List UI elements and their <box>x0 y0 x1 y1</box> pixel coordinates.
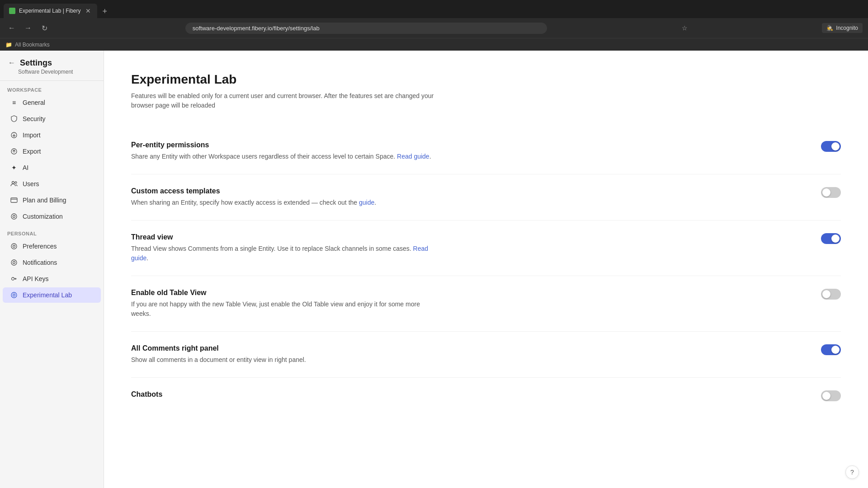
svg-point-8 <box>13 245 15 248</box>
read-guide-link-thread-view[interactable]: Read guide <box>131 245 428 262</box>
sidebar-item-preferences[interactable]: Preferences <box>3 239 101 254</box>
toggle-container-old-table-view[interactable] <box>821 289 841 300</box>
sidebar-item-ai-label: AI <box>23 164 28 171</box>
svg-point-3 <box>15 182 17 183</box>
feature-row-all-comments-right-panel: All Comments right panel Show all commen… <box>131 332 841 378</box>
workspace-section-label: WORKSPACE <box>0 81 104 94</box>
sidebar-item-general-label: General <box>23 99 45 106</box>
feature-desc-old-table-view: If you are not happy with the new Table … <box>131 300 439 319</box>
sidebar-item-general[interactable]: ≡ General <box>3 95 101 110</box>
sidebar-item-users-label: Users <box>23 180 39 188</box>
sidebar-item-notifications[interactable]: Notifications <box>3 255 101 270</box>
toggle-container-thread-view[interactable] <box>821 233 841 244</box>
toggle-custom-access-templates[interactable] <box>821 187 841 198</box>
app-layout: ← Settings Software Development WORKSPAC… <box>0 51 868 488</box>
svg-point-12 <box>11 292 17 298</box>
incognito-label: Incognito <box>836 25 858 31</box>
toggle-container-per-entity-permissions[interactable] <box>821 141 841 152</box>
toggle-container-all-comments-right-panel[interactable] <box>821 344 841 355</box>
tab-close-button[interactable]: ✕ <box>85 7 92 14</box>
feature-info-custom-access-templates: Custom access templates When sharing an … <box>131 187 439 207</box>
bookmarks-folder-icon: 📁 <box>5 42 12 48</box>
api-keys-icon <box>10 275 18 283</box>
incognito-icon: 🕵 <box>826 25 833 31</box>
address-bar[interactable] <box>185 23 547 34</box>
sidebar-subtitle: Software Development <box>7 69 96 75</box>
back-nav-button[interactable]: ← <box>7 58 16 68</box>
toggle-old-table-view[interactable] <box>821 289 841 300</box>
feature-info-thread-view: Thread view Thread View shows Comments f… <box>131 233 439 263</box>
sidebar: ← Settings Software Development WORKSPAC… <box>0 51 104 488</box>
guide-link-custom-access[interactable]: guide <box>359 199 374 206</box>
incognito-button[interactable]: 🕵 Incognito <box>822 23 863 33</box>
help-button[interactable]: ? <box>845 465 859 479</box>
toggle-per-entity-permissions[interactable] <box>821 141 841 152</box>
sidebar-item-experimental-lab-label: Experimental Lab <box>23 291 72 299</box>
active-tab[interactable]: Experimental Lab | Fibery ✕ <box>4 4 97 18</box>
sidebar-item-export-label: Export <box>23 148 41 155</box>
bookmarks-label: All Bookmarks <box>15 42 50 48</box>
feature-info-old-table-view: Enable old Table View If you are not hap… <box>131 289 439 319</box>
sidebar-item-import[interactable]: Import <box>3 127 101 143</box>
feature-desc-per-entity-permissions: Share any Entity with other Workspace us… <box>131 152 439 161</box>
preferences-icon <box>10 242 18 250</box>
feature-name-custom-access-templates: Custom access templates <box>131 187 439 195</box>
toggle-container-chatbots[interactable] <box>821 390 841 401</box>
svg-point-6 <box>11 214 17 219</box>
sidebar-item-plan-billing-label: Plan and Billing <box>23 197 66 204</box>
new-tab-button[interactable]: + <box>99 5 111 18</box>
sidebar-title-row: ← Settings <box>7 58 96 68</box>
svg-point-2 <box>12 182 14 184</box>
feature-info-per-entity-permissions: Per-entity permissions Share any Entity … <box>131 141 439 161</box>
general-icon: ≡ <box>10 99 18 107</box>
tab-title: Experimental Lab | Fibery <box>19 8 81 14</box>
nav-right: 🕵 Incognito <box>822 23 863 33</box>
feature-name-thread-view: Thread view <box>131 233 439 241</box>
feature-name-all-comments-right-panel: All Comments right panel <box>131 344 439 352</box>
sidebar-item-security-label: Security <box>23 115 46 122</box>
feature-row-custom-access-templates: Custom access templates When sharing an … <box>131 174 841 221</box>
sidebar-item-users[interactable]: Users <box>3 176 101 192</box>
browser-chrome: Experimental Lab | Fibery ✕ + ← → ↻ ☆ 🕵 … <box>0 0 868 51</box>
svg-point-13 <box>13 294 15 296</box>
read-guide-link-per-entity[interactable]: Read guide <box>397 153 429 160</box>
feature-row-old-table-view: Enable old Table View If you are not hap… <box>131 276 841 332</box>
sidebar-item-export[interactable]: Export <box>3 144 101 159</box>
notifications-icon <box>10 258 18 267</box>
sidebar-item-customization[interactable]: Customization <box>3 209 101 224</box>
refresh-button[interactable]: ↻ <box>38 22 51 34</box>
sidebar-item-import-label: Import <box>23 131 41 139</box>
toggle-thread-view[interactable] <box>821 233 841 244</box>
ai-icon: ✦ <box>10 164 18 172</box>
feature-row-chatbots: Chatbots <box>131 378 841 414</box>
forward-button[interactable]: → <box>22 22 34 34</box>
sidebar-item-notifications-label: Notifications <box>23 259 57 266</box>
feature-desc-custom-access-templates: When sharing an Entity, specify how exac… <box>131 198 439 207</box>
feature-name-chatbots: Chatbots <box>131 390 439 399</box>
users-icon <box>10 180 18 188</box>
toggle-chatbots[interactable] <box>821 390 841 401</box>
page-title: Experimental Lab <box>131 72 841 87</box>
sidebar-item-experimental-lab[interactable]: Experimental Lab <box>3 287 101 303</box>
personal-section-label: PERSONAL <box>0 225 104 238</box>
toggle-all-comments-right-panel[interactable] <box>821 344 841 355</box>
back-button[interactable]: ← <box>5 22 18 34</box>
svg-point-9 <box>11 260 17 265</box>
sidebar-item-security[interactable]: Security <box>3 111 101 127</box>
bookmark-icon[interactable]: ☆ <box>682 24 688 32</box>
feature-desc-thread-view: Thread View shows Comments from a single… <box>131 244 439 263</box>
svg-point-7 <box>11 244 17 249</box>
svg-rect-4 <box>11 198 17 202</box>
sidebar-item-api-keys-label: API Keys <box>23 275 49 282</box>
import-icon <box>10 131 18 139</box>
sidebar-item-customization-label: Customization <box>23 213 63 220</box>
feature-info-all-comments-right-panel: All Comments right panel Show all commen… <box>131 344 439 365</box>
sidebar-item-ai[interactable]: ✦ AI <box>3 160 101 175</box>
sidebar-item-plan-billing[interactable]: Plan and Billing <box>3 192 101 208</box>
browser-nav: ← → ↻ ☆ 🕵 Incognito <box>0 18 868 38</box>
toggle-container-custom-access-templates[interactable] <box>821 187 841 198</box>
feature-desc-all-comments-right-panel: Show all comments in a document or entit… <box>131 355 439 365</box>
export-icon <box>10 147 18 155</box>
feature-row-per-entity-permissions: Per-entity permissions Share any Entity … <box>131 128 841 174</box>
sidebar-item-api-keys[interactable]: API Keys <box>3 271 101 286</box>
